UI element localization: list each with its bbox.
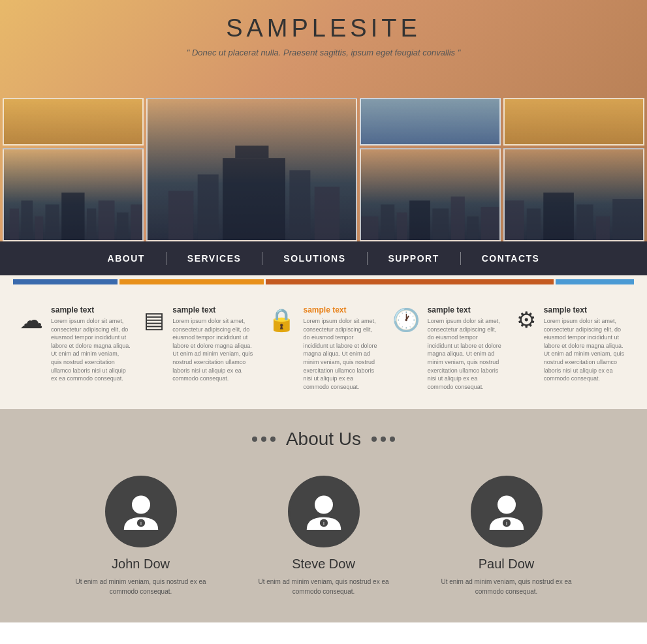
svg-rect-24: [527, 208, 541, 240]
feature-text-2: sample text Lorem ipsum dolor sit amet, …: [172, 305, 255, 383]
person-icon-paul: i: [484, 489, 529, 534]
dots-right: [371, 437, 395, 442]
document-icon: ▤: [144, 307, 165, 333]
svg-rect-8: [131, 204, 142, 240]
team-grid: i John Dow Ut enim ad minim veniam, quis…: [13, 476, 634, 596]
clock-icon: 🕐: [392, 307, 420, 333]
team-member-paul: i Paul Dow Ut enim ad minim veniam, quis…: [435, 476, 578, 596]
feature-text-5: sample text Lorem ipsum dolor sit amet, …: [544, 305, 627, 383]
svg-rect-11: [223, 158, 285, 240]
svg-rect-27: [596, 217, 610, 240]
avatar-steve: i: [288, 476, 360, 547]
bar-lightblue: [556, 279, 634, 284]
member-desc-paul: Ut enim ad minim veniam, quis nostrud ex…: [435, 577, 578, 596]
lock-icon: 🔒: [268, 307, 295, 333]
svg-text:i: i: [140, 520, 142, 527]
feature-lock: 🔒 sample text Lorem ipsum dolor sit amet…: [268, 305, 379, 391]
svg-rect-18: [410, 200, 431, 240]
feature-text-4: sample text Lorem ipsum dolor sit amet, …: [428, 305, 503, 391]
svg-rect-22: [481, 207, 499, 240]
dot-5: [381, 437, 386, 442]
person-icon-steve: i: [301, 489, 347, 534]
hero-cell-city: [3, 148, 144, 241]
svg-rect-14: [315, 187, 339, 240]
color-bars: [0, 275, 647, 287]
site-title: SAMPLESITE: [0, 0, 647, 42]
nav-solutions[interactable]: SOLUTIONS: [262, 241, 366, 275]
hero-grid: [0, 98, 647, 241]
feature-title-1: sample text: [51, 305, 131, 314]
svg-rect-23: [505, 200, 524, 240]
svg-rect-13: [289, 170, 310, 240]
svg-point-35: [497, 496, 516, 514]
hero-section: SAMPLESITE " Donec ut placerat nulla. Pr…: [0, 0, 647, 241]
feature-desc-3: Lorem ipsum dolor sit amet, consectetur …: [303, 317, 379, 391]
feature-text-1: sample text Lorem ipsum dolor sit amet, …: [51, 305, 131, 383]
svg-rect-15: [361, 217, 378, 240]
svg-rect-1: [21, 200, 33, 240]
hero-col-3: [360, 98, 501, 241]
avatar-john: i: [105, 476, 177, 547]
svg-rect-26: [576, 204, 593, 240]
bar-rust: [266, 279, 554, 284]
svg-rect-20: [451, 196, 465, 240]
svg-rect-28: [612, 199, 643, 240]
features-section: ☁ sample text Lorem ipsum dolor sit amet…: [0, 287, 647, 409]
svg-rect-3: [46, 204, 59, 240]
hero-cell-sky: [360, 98, 501, 146]
feature-title-5: sample text: [544, 305, 627, 314]
hero-subtitle: " Donec ut placerat nulla. Praesent sagi…: [0, 48, 647, 57]
dot-3: [270, 437, 276, 442]
hero-cell-center: [146, 98, 358, 241]
feature-title-3: sample text: [303, 305, 379, 314]
member-desc-john: Ut enim ad minim veniam, quis nostrud ex…: [69, 577, 213, 596]
dots-left: [252, 437, 276, 442]
hero-cell: [3, 98, 144, 146]
dot-2: [261, 437, 266, 442]
svg-point-29: [132, 496, 150, 514]
about-section: About Us i John Dow Ut enim ad minim ven…: [0, 409, 647, 622]
feature-desc-5: Lorem ipsum dolor sit amet, consectetur …: [544, 317, 627, 383]
svg-rect-6: [99, 200, 115, 240]
feature-text-3: sample text Lorem ipsum dolor sit amet, …: [303, 305, 379, 391]
svg-rect-21: [467, 217, 479, 240]
member-desc-steve: Ut enim ad minim veniam, quis nostrud ex…: [252, 577, 396, 596]
nav-items: ABOUT SERVICES SOLUTIONS SUPPORT CONTACT…: [87, 241, 561, 275]
svg-rect-16: [381, 204, 394, 240]
about-header: About Us: [13, 429, 634, 450]
svg-rect-17: [397, 213, 407, 240]
svg-rect-25: [544, 192, 575, 240]
hero-col-2: [146, 98, 358, 241]
member-name-john: John Dow: [112, 557, 170, 572]
feature-desc-4: Lorem ipsum dolor sit amet, consectetur …: [428, 317, 503, 391]
svg-point-32: [315, 496, 333, 514]
nav-support[interactable]: SUPPORT: [368, 241, 460, 275]
svg-rect-0: [10, 208, 19, 240]
member-name-paul: Paul Dow: [479, 557, 535, 572]
feature-cloud: ☁ sample text Lorem ipsum dolor sit amet…: [20, 305, 131, 383]
feature-gear: ⚙ sample text Lorem ipsum dolor sit amet…: [516, 305, 627, 383]
team-member-john: i John Dow Ut enim ad minim veniam, quis…: [69, 476, 213, 596]
feature-desc-2: Lorem ipsum dolor sit amet, consectetur …: [172, 317, 255, 383]
nav-services[interactable]: SERVICES: [166, 241, 262, 275]
svg-rect-9: [168, 191, 193, 240]
hero-cell-orange2: [503, 98, 644, 146]
nav-about[interactable]: ABOUT: [87, 241, 166, 275]
svg-rect-19: [433, 208, 449, 240]
feature-document: ▤ sample text Lorem ipsum dolor sit amet…: [144, 305, 255, 383]
feature-desc-1: Lorem ipsum dolor sit amet, consectetur …: [51, 317, 131, 383]
nav-contacts[interactable]: CONTACTS: [461, 241, 561, 275]
main-nav: ABOUT SERVICES SOLUTIONS SUPPORT CONTACT…: [0, 241, 647, 275]
bar-orange: [119, 279, 264, 284]
svg-rect-4: [61, 192, 84, 240]
hero-cell-city3: [503, 148, 644, 241]
dot-6: [390, 437, 395, 442]
svg-rect-10: [198, 174, 219, 240]
feature-title-2: sample text: [172, 305, 255, 314]
feature-title-4: sample text: [428, 305, 503, 314]
svg-rect-5: [87, 208, 96, 240]
avatar-paul: i: [471, 476, 543, 547]
feature-clock: 🕐 sample text Lorem ipsum dolor sit amet…: [392, 305, 503, 391]
person-icon-john: i: [118, 489, 164, 534]
cloud-icon: ☁: [20, 307, 43, 334]
